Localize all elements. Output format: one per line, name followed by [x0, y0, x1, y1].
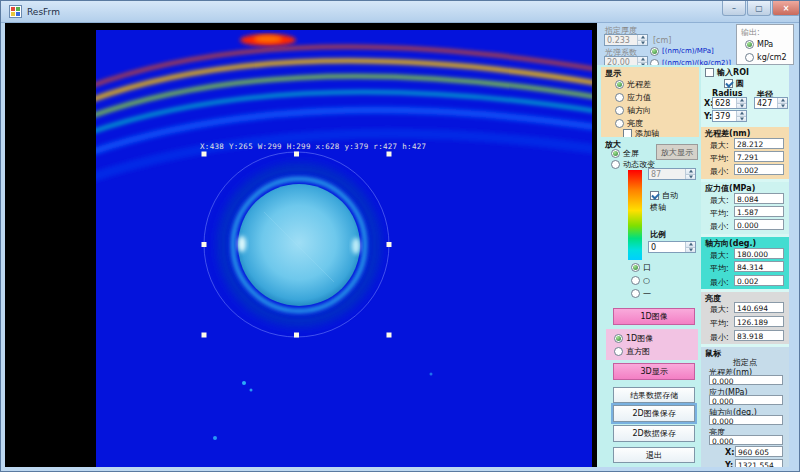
zoom-show-button[interactable]: 放大显示: [656, 144, 698, 160]
axis-min-value[interactable]: 0.002: [734, 275, 784, 286]
retardation-stats-panel: 光程差(nm) 最大: 28.212 平均: 7.291 最小: 0.002: [701, 127, 789, 179]
roi-handle: [387, 242, 392, 247]
input-roi-checkbox[interactable]: 输入ROI: [705, 67, 749, 77]
app-window: ResFrm – ▢ ×: [0, 0, 800, 472]
output-mpa-radio[interactable]: MPa: [745, 39, 773, 49]
maximize-button[interactable]: ▢: [747, 1, 771, 16]
retardation-max-value[interactable]: 28.212: [734, 138, 784, 149]
unit-mpa-radio[interactable]: [(nm/cm)/MPa]: [650, 46, 714, 56]
min-label: 最小:: [710, 277, 729, 288]
roi-handle: [202, 242, 207, 247]
plot-1d-radio[interactable]: 1D图像: [614, 333, 653, 343]
stress-stats-panel: 应力值(MPa) 最大: 8.084 平均: 1.587 最小: 0.000: [701, 182, 789, 234]
brightness-avg-value[interactable]: 126.189: [734, 316, 784, 327]
shape-circle-radio[interactable]: ○: [631, 275, 650, 285]
max-label: 最大:: [710, 304, 729, 315]
save-data-button[interactable]: 2D数据保存: [613, 425, 695, 442]
stress-min-value[interactable]: 0.000: [734, 219, 784, 230]
brightness-max-value[interactable]: 140.694: [734, 302, 784, 313]
mouse-retardation-value[interactable]: 0.000: [709, 375, 783, 385]
title-bar[interactable]: ResFrm – ▢ ×: [1, 1, 799, 23]
app-icon: [9, 5, 22, 18]
mouse-brightness-value[interactable]: 0.000: [709, 435, 783, 445]
roi-overlay-text: X:438 Y:265 W:299 H:299 x:628 y:379 r:42…: [200, 142, 426, 151]
axis-max-value[interactable]: 180.000: [734, 248, 784, 259]
mouse-y-label: Y:: [725, 461, 733, 467]
stress-max-value[interactable]: 8.084: [734, 193, 784, 204]
max-label: 最大:: [710, 250, 729, 261]
hot-spot-core: [254, 36, 282, 43]
avg-label: 平均:: [710, 208, 729, 219]
window-title: ResFrm: [27, 7, 60, 17]
mouse-stress-value[interactable]: 0.000: [709, 395, 783, 405]
caption-buttons: – ▢ ×: [721, 1, 800, 16]
axis-avg-value[interactable]: 84.314: [734, 261, 784, 272]
mouse-x-value[interactable]: 960 605: [735, 446, 783, 457]
roi-y-input[interactable]: 379: [712, 110, 747, 122]
display-retardation-radio[interactable]: 光程差: [615, 79, 651, 89]
exit-button[interactable]: 退出: [613, 447, 695, 463]
display-3d-button[interactable]: 3D显示: [613, 363, 695, 380]
brightness-stats-panel: 亮度 最大: 140.694 平均: 126.189 最小: 83.918: [701, 292, 789, 344]
plot-mode-panel: 1D图像 直方图: [606, 329, 698, 360]
roi-handle: [202, 152, 207, 157]
thickness-unit: [cm]: [653, 36, 671, 45]
brightness-stats-title: 亮度: [705, 293, 721, 304]
colorbar-level-input[interactable]: 87: [648, 168, 696, 180]
retardation-avg-value[interactable]: 7.291: [734, 151, 784, 162]
brightness-min-value[interactable]: 83.918: [734, 330, 784, 341]
avg-label: 平均:: [710, 263, 729, 274]
falsecolor-image[interactable]: X:438 Y:265 W:299 H:299 x:628 y:379 r:42…: [96, 30, 592, 467]
minimize-button[interactable]: –: [722, 1, 746, 16]
mouse-y-value[interactable]: 1321 554: [735, 459, 783, 467]
scale-label: 比例: [650, 229, 666, 240]
output-label: 输出:: [741, 27, 760, 38]
display-axis-radio[interactable]: 轴方向: [615, 105, 651, 115]
sample-disk: [223, 169, 375, 321]
mouse-axis-value[interactable]: 0.000: [709, 415, 783, 425]
max-label: 最大:: [710, 140, 729, 151]
close-button[interactable]: ×: [772, 1, 800, 16]
horizontal-axis-label: 横轴: [650, 202, 666, 213]
min-label: 最小:: [710, 166, 729, 177]
add-axis-checkbox[interactable]: 添加轴: [623, 128, 659, 137]
avg-label: 平均:: [710, 318, 729, 329]
roi-handle: [202, 333, 207, 338]
roi-handle: [294, 333, 299, 338]
axis-stats-panel: 轴方向(deg.) 最大: 180.000 平均: 84.314 最小: 0.0…: [701, 237, 789, 289]
stress-avg-value[interactable]: 1.587: [734, 206, 784, 217]
display-group: 显示 光程差 应力值 轴方向 亮度 添加轴: [601, 67, 699, 137]
min-label: 最小:: [710, 332, 729, 343]
roi-handle: [387, 333, 392, 338]
zoom-fullscreen-radio[interactable]: 全屏: [611, 148, 639, 158]
image-1d-button[interactable]: 1D图像: [613, 308, 695, 325]
display-group-title: 显示: [605, 68, 621, 79]
mouse-panel: 鼠标 指定点 光程差(nm) 0.000 应力(MPa) 0.000 轴方向(d…: [701, 347, 789, 467]
store-result-button[interactable]: 结果数据存储: [613, 387, 695, 403]
auto-checkbox[interactable]: 自动: [650, 190, 678, 200]
display-stress-radio[interactable]: 应力值: [615, 92, 651, 102]
shape-line-radio[interactable]: —: [631, 288, 651, 298]
scale-input[interactable]: 0: [648, 241, 696, 253]
avg-label: 平均:: [710, 153, 729, 164]
display-brightness-radio[interactable]: 亮度: [615, 118, 643, 128]
thickness-input[interactable]: 0.233: [604, 34, 648, 46]
output-kg-radio[interactable]: kg/cm2: [745, 52, 787, 62]
roi-x-input[interactable]: 628: [712, 97, 747, 109]
retardation-min-value[interactable]: 0.002: [734, 164, 784, 175]
roi-radius-input[interactable]: 427: [754, 97, 788, 109]
roi-handle: [387, 152, 392, 157]
shape-square-radio[interactable]: 口: [631, 262, 651, 272]
mouse-x-label: X:: [725, 448, 734, 457]
max-label: 最大:: [710, 195, 729, 206]
output-groupbox: 输出: MPa kg/cm2: [736, 24, 794, 65]
plot-histogram-radio[interactable]: 直方图: [614, 346, 650, 356]
save-image-button[interactable]: 2D图像保存: [613, 405, 695, 422]
roi-handle: [294, 152, 299, 157]
colorbar: [628, 170, 642, 260]
circle-roi-checkbox[interactable]: 圆: [724, 78, 744, 88]
min-label: 最小:: [710, 221, 729, 232]
